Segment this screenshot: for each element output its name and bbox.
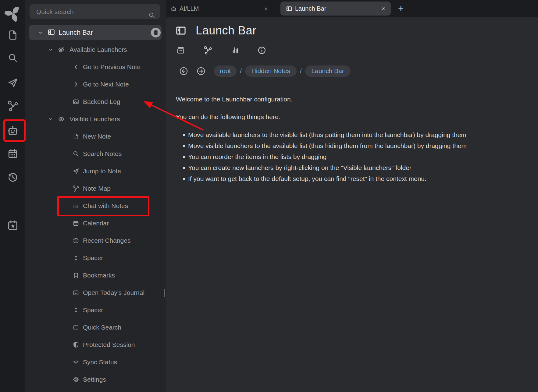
launchbar-icon [286, 5, 292, 12]
breadcrumb-root[interactable]: root [214, 65, 237, 77]
search-icon [8, 53, 18, 63]
tree-item-label: Open Today's Journal [83, 287, 144, 299]
door-open-icon [153, 30, 159, 36]
app-window: Launch Bar Available LaunchersGo to Prev… [0, 0, 538, 392]
tree-item-label: Settings [83, 373, 106, 386]
tree-item-sync-status[interactable]: Sync Status [25, 356, 166, 368]
tab-bar: AI/LLMLaunch Bar+ [166, 0, 538, 17]
note-path-breadcrumb: root/Hidden Notes/Launch Bar [179, 65, 351, 77]
chevron-down-icon[interactable] [48, 116, 53, 122]
tree-item-label: Chat with Notes [83, 200, 128, 212]
tree-item-bookmarks[interactable]: Bookmarks [25, 269, 166, 281]
launcher-search-button[interactable] [0, 53, 25, 63]
tree-item-label: Jump to Note [83, 165, 121, 177]
launcher-new-note-button[interactable] [0, 30, 25, 41]
tree-item-label: Bookmarks [83, 269, 115, 281]
tree-item-chat-with-notes[interactable]: Chat with Notes [25, 200, 166, 212]
quick-search-input[interactable] [36, 4, 141, 19]
info-icon [257, 46, 266, 55]
tree-item-label: Quick Search [83, 321, 121, 334]
tab-launch-bar[interactable]: Launch Bar [280, 2, 391, 16]
breadcrumb-launch-bar[interactable]: Launch Bar [305, 65, 351, 77]
instruction-item: Move visible launchers to the available … [166, 140, 467, 151]
unhoist-button[interactable] [151, 28, 161, 37]
calendar-star-icon [73, 289, 79, 296]
tree-item-note-map[interactable]: Note Map [25, 182, 166, 195]
tree-item-calendar[interactable]: Calendar [25, 217, 166, 229]
leaf-icon [5, 5, 21, 22]
tree-item-label: Calendar [83, 217, 109, 229]
breadcrumb-hidden-notes[interactable]: Hidden Notes [245, 65, 297, 77]
search-icon[interactable] [148, 12, 155, 19]
move-vertical-icon [73, 307, 79, 313]
tree-item-search-notes[interactable]: Search Notes [25, 148, 166, 160]
welcome-text: Welcome to the Launchbar configuration. [176, 95, 293, 103]
tree-item-spacer[interactable]: Spacer [25, 304, 166, 316]
launcher-open-todays-journal-button[interactable] [0, 219, 25, 231]
instruction-item: You can create new launchers by right-cl… [166, 162, 467, 173]
note-map-icon [203, 46, 212, 55]
tree-item-label: Spacer [83, 252, 103, 264]
launcher-jump-to-note-button[interactable] [0, 77, 25, 88]
tree-item-spacer[interactable]: Spacer [25, 252, 166, 264]
launcher-calendar-button[interactable] [0, 148, 25, 160]
history-back-button[interactable] [179, 66, 188, 76]
arrow-right-circle-icon [196, 66, 206, 76]
note-map-icon [7, 100, 19, 112]
history-icon [73, 237, 79, 244]
launcher-app-logo-button[interactable] [0, 5, 25, 22]
label-truncation-mark [164, 289, 165, 297]
close-tab-icon[interactable] [263, 6, 269, 11]
close-tab-icon[interactable] [381, 6, 386, 11]
tree-item-go-to-previous-note[interactable]: Go to Previous Note [25, 61, 166, 73]
shield-icon [73, 341, 79, 348]
tab-ai-llm[interactable]: AI/LLM [170, 0, 274, 17]
tree-item-available-launchers[interactable]: Available Launchers [25, 44, 166, 56]
instruction-item: If you want to get back to the default s… [166, 173, 467, 184]
tree-item-recent-changes[interactable]: Recent Changes [25, 235, 166, 247]
note-title[interactable]: Launch Bar [196, 24, 256, 37]
tree-item-backend-log[interactable]: Backend Log [25, 96, 166, 108]
chevron-down-icon[interactable] [48, 47, 53, 52]
tree-item-quick-search[interactable]: Quick Search [25, 321, 166, 334]
tree-item-label: Launch Bar [59, 25, 93, 40]
eye-icon [58, 116, 65, 122]
launcher-recent-changes-button[interactable] [0, 171, 25, 183]
breadcrumb-separator: / [240, 68, 242, 75]
chevron-down-icon[interactable] [37, 30, 44, 36]
gear-icon [73, 376, 79, 383]
tree-item-protected-session[interactable]: Protected Session [25, 339, 166, 351]
tree-item-label: Visible Launchers [69, 113, 120, 125]
terminal-icon [73, 98, 79, 105]
arrow-left-circle-icon [179, 66, 188, 76]
tree-item-visible-launchers[interactable]: Visible Launchers [25, 113, 166, 125]
note-map-button[interactable] [201, 44, 215, 57]
tree-item-label: Recent Changes [83, 235, 130, 247]
launcher-chat-with-notes-button[interactable] [0, 124, 25, 137]
launcher-bar [0, 0, 25, 392]
tree-item-go-to-next-note[interactable]: Go to Next Note [25, 78, 166, 90]
bar-chart-icon [231, 46, 240, 55]
note-info-button[interactable] [255, 44, 269, 57]
tree-item-label: Go to Next Note [83, 78, 129, 90]
new-tab-button[interactable]: + [395, 2, 406, 15]
chevron-right-icon [73, 81, 79, 88]
launcher-note-map-button[interactable] [0, 100, 25, 112]
file-icon [7, 30, 18, 41]
wifi-icon [73, 359, 79, 366]
tree-item-label: Spacer [83, 304, 103, 316]
tree-item-launch-bar-root[interactable]: Launch Bar [29, 25, 162, 40]
tree-item-settings[interactable]: Settings [25, 373, 166, 386]
tree-item-jump-to-note[interactable]: Jump to Note [25, 165, 166, 177]
launchbar-icon [48, 28, 55, 36]
calendar-icon [73, 220, 79, 227]
collection-properties-button[interactable] [174, 44, 188, 57]
tree-item-new-note[interactable]: New Note [25, 130, 166, 143]
collection-icon [176, 46, 185, 55]
history-forward-button[interactable] [196, 66, 206, 76]
tab-label: Launch Bar [295, 5, 326, 12]
note-statistics-button[interactable] [228, 44, 242, 57]
tree-item-label: Protected Session [83, 339, 135, 351]
tree-item-open-today-s-journal[interactable]: Open Today's Journal [25, 287, 166, 299]
send-icon [7, 77, 18, 88]
